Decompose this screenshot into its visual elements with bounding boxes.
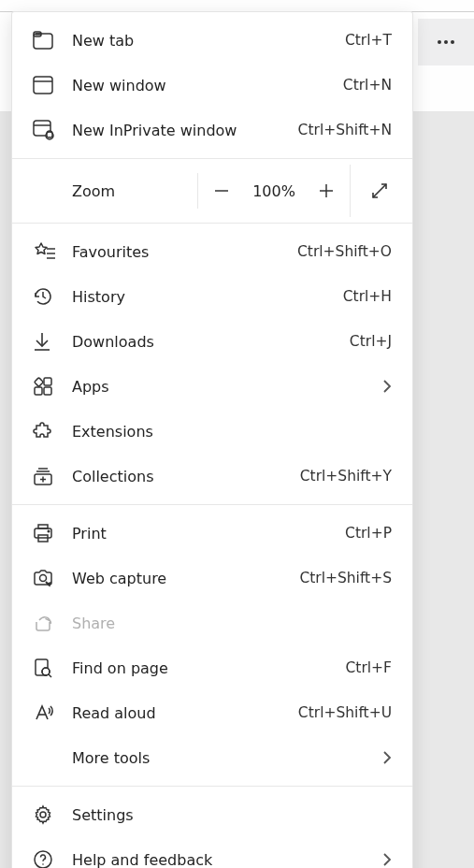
zoom-out-button[interactable] bbox=[198, 165, 245, 217]
menu-label: History bbox=[72, 288, 343, 306]
zoom-label: Zoom bbox=[72, 182, 197, 200]
downloads-icon bbox=[33, 331, 72, 352]
svg-point-40 bbox=[42, 863, 44, 865]
menu-item-share: Share bbox=[12, 600, 412, 645]
menu-label: Collections bbox=[72, 468, 300, 485]
menu-label: Extensions bbox=[72, 423, 392, 441]
menu-shortcut: Ctrl+Shift+S bbox=[299, 570, 392, 586]
menu-item-extensions[interactable]: Extensions bbox=[12, 409, 412, 454]
menu-label: Apps bbox=[72, 378, 382, 396]
menu-item-collections[interactable]: Collections Ctrl+Shift+Y bbox=[12, 454, 412, 499]
menu-shortcut: Ctrl+Shift+Y bbox=[300, 468, 392, 485]
svg-rect-23 bbox=[44, 378, 51, 385]
svg-line-36 bbox=[49, 674, 51, 677]
svg-point-5 bbox=[36, 34, 37, 35]
svg-point-38 bbox=[40, 812, 46, 817]
menu-shortcut: Ctrl+T bbox=[345, 32, 392, 49]
share-icon bbox=[33, 613, 72, 633]
menu-separator bbox=[12, 158, 412, 159]
svg-point-7 bbox=[40, 34, 41, 35]
menu-item-new-tab[interactable]: New tab Ctrl+T bbox=[12, 18, 412, 63]
zoom-row: Zoom 100% bbox=[12, 165, 412, 217]
menu-item-settings[interactable]: Settings bbox=[12, 792, 412, 837]
menu-label: Read aloud bbox=[72, 704, 298, 722]
menu-shortcut: Ctrl+N bbox=[343, 77, 392, 94]
menu-label: Downloads bbox=[72, 333, 350, 351]
plus-icon bbox=[317, 181, 336, 200]
zoom-in-button[interactable] bbox=[303, 165, 350, 217]
menu-label: Find on page bbox=[72, 659, 346, 677]
menu-item-favourites[interactable]: Favourites Ctrl+Shift+O bbox=[12, 229, 412, 274]
menu-shortcut: Ctrl+Shift+N bbox=[298, 122, 392, 138]
menu-shortcut: Ctrl+H bbox=[343, 288, 392, 305]
chevron-right-icon bbox=[382, 750, 392, 765]
svg-rect-22 bbox=[44, 387, 51, 395]
menu-separator bbox=[12, 504, 412, 505]
menu-item-read-aloud[interactable]: Read aloud Ctrl+Shift+U bbox=[12, 690, 412, 735]
settings-icon bbox=[33, 804, 72, 825]
new-window-icon bbox=[33, 76, 72, 94]
menu-item-print[interactable]: Print Ctrl+P bbox=[12, 511, 412, 556]
svg-rect-8 bbox=[34, 77, 52, 94]
svg-point-6 bbox=[38, 34, 39, 35]
settings-menu: New tab Ctrl+T New window Ctrl+N New InP… bbox=[11, 11, 413, 868]
svg-rect-24 bbox=[35, 378, 44, 387]
minus-icon bbox=[213, 182, 230, 199]
history-icon bbox=[33, 286, 72, 307]
menu-shortcut: Ctrl+J bbox=[350, 333, 392, 350]
menu-separator bbox=[12, 223, 412, 224]
menu-item-web-capture[interactable]: Web capture Ctrl+Shift+S bbox=[12, 556, 412, 600]
menu-item-help[interactable]: Help and feedback bbox=[12, 837, 412, 868]
menu-label: New tab bbox=[72, 32, 345, 50]
menu-label: Web capture bbox=[72, 570, 299, 587]
svg-point-1 bbox=[444, 40, 448, 44]
menu-label: New InPrivate window bbox=[72, 122, 298, 139]
extensions-icon bbox=[33, 421, 72, 441]
new-tab-icon bbox=[33, 31, 72, 50]
menu-item-new-window[interactable]: New window Ctrl+N bbox=[12, 63, 412, 108]
svg-point-0 bbox=[438, 40, 441, 44]
svg-point-31 bbox=[48, 530, 50, 532]
menu-item-inprivate[interactable]: New InPrivate window Ctrl+Shift+N bbox=[12, 108, 412, 152]
more-button[interactable] bbox=[418, 19, 474, 65]
apps-icon bbox=[33, 376, 72, 397]
fullscreen-button[interactable] bbox=[350, 165, 408, 217]
menu-item-apps[interactable]: Apps bbox=[12, 364, 412, 409]
print-icon bbox=[33, 523, 72, 543]
menu-item-find[interactable]: Find on page Ctrl+F bbox=[12, 645, 412, 690]
inprivate-icon bbox=[33, 120, 72, 140]
fullscreen-icon bbox=[370, 181, 389, 200]
menu-shortcut: Ctrl+Shift+U bbox=[298, 704, 392, 721]
menu-label: Help and feedback bbox=[72, 851, 382, 869]
menu-shortcut: Ctrl+Shift+O bbox=[297, 243, 392, 260]
svg-rect-21 bbox=[35, 387, 42, 395]
find-icon bbox=[33, 658, 72, 678]
menu-item-downloads[interactable]: Downloads Ctrl+J bbox=[12, 319, 412, 364]
menu-label: Settings bbox=[72, 806, 392, 824]
svg-point-32 bbox=[40, 575, 47, 582]
collections-icon bbox=[33, 466, 72, 486]
web-capture-icon bbox=[33, 568, 72, 588]
menu-item-history[interactable]: History Ctrl+H bbox=[12, 274, 412, 319]
menu-shortcut: Ctrl+P bbox=[345, 525, 392, 542]
menu-label: Print bbox=[72, 525, 345, 542]
menu-item-more-tools[interactable]: More tools bbox=[12, 735, 412, 780]
help-icon bbox=[33, 849, 72, 868]
read-aloud-icon bbox=[33, 702, 72, 723]
favourites-icon bbox=[33, 241, 72, 262]
menu-label: Favourites bbox=[72, 243, 297, 261]
menu-label: More tools bbox=[72, 749, 382, 767]
menu-shortcut: Ctrl+F bbox=[346, 659, 392, 676]
zoom-level: 100% bbox=[245, 182, 303, 200]
svg-point-2 bbox=[451, 40, 454, 44]
chevron-right-icon bbox=[382, 852, 392, 867]
menu-separator bbox=[12, 786, 412, 787]
menu-label: New window bbox=[72, 77, 343, 94]
chevron-right-icon bbox=[382, 379, 392, 394]
menu-label: Share bbox=[72, 615, 392, 632]
more-icon bbox=[437, 39, 455, 45]
